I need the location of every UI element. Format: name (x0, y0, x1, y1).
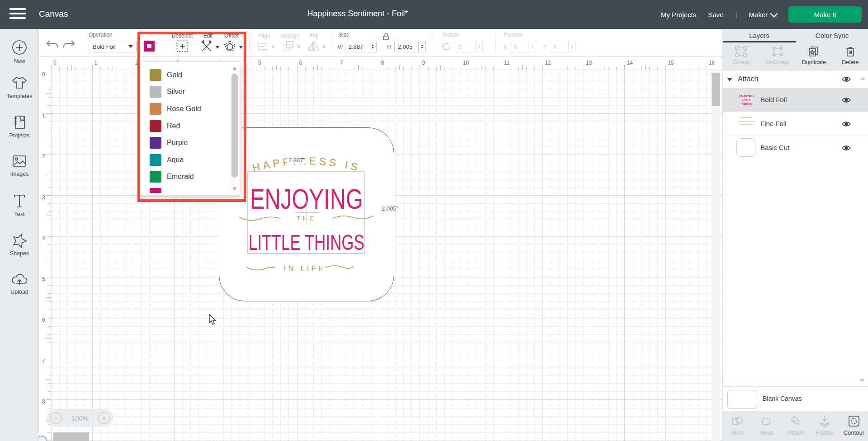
attach-button: Attach (781, 411, 810, 441)
redo-button[interactable] (62, 39, 76, 51)
machine-selector[interactable]: Maker (749, 11, 777, 19)
chevron-down-icon (770, 9, 778, 17)
collapse-caret-icon[interactable] (727, 78, 732, 81)
tab-color-sync[interactable]: Color Sync (796, 29, 868, 42)
lock-connector (392, 39, 400, 39)
color-option[interactable]: Purple (141, 134, 230, 151)
vertical-scrollbar-thumb[interactable] (712, 73, 720, 106)
color-option[interactable]: Emerald (141, 169, 230, 186)
tshirt-icon (11, 75, 28, 91)
notebook-icon (11, 114, 28, 131)
my-projects-link[interactable]: My Projects (661, 11, 696, 19)
save-link[interactable]: Save (708, 11, 723, 19)
color-swatch (150, 171, 161, 183)
page-title: Canvas (39, 9, 68, 19)
dropdown-scrollbar[interactable] (231, 65, 238, 192)
scroll-up-icon[interactable] (233, 67, 236, 70)
upload-cloud-icon (10, 272, 28, 287)
flatten-icon (818, 415, 831, 427)
left-sidebar: New Templates Projects Images Text Shape… (0, 29, 39, 441)
zoom-out-button[interactable]: − (50, 412, 62, 424)
width-stepper[interactable]: ▲▼ (369, 41, 376, 52)
panel-scroll-up-icon[interactable] (860, 77, 865, 80)
ungroup-icon (771, 46, 784, 57)
layers-panel: Layers Color Sync Group UnGroup Duplicat… (722, 29, 868, 441)
flatten-button: Flatten (810, 411, 839, 441)
size-label: Size (339, 32, 349, 38)
blank-canvas-swatch[interactable] (727, 390, 756, 409)
sidebar-item-upload[interactable]: Upload (0, 272, 39, 305)
zoom-in-button[interactable]: + (98, 412, 110, 424)
selection-height-label: 2.005" (380, 205, 400, 212)
color-option[interactable] (141, 185, 230, 193)
scroll-down-icon[interactable] (233, 188, 236, 190)
make-it-button[interactable]: Make It (788, 6, 862, 23)
offset-button[interactable] (224, 40, 244, 54)
arrange-button[interactable] (283, 41, 301, 53)
menu-icon[interactable] (9, 8, 26, 21)
contour-icon (847, 415, 861, 427)
rotate-icon (442, 42, 451, 51)
x-field-label: X (504, 44, 507, 50)
sidebar-item-new[interactable]: New (0, 39, 39, 72)
height-stepper[interactable]: ▲▼ (418, 41, 425, 52)
divider (495, 33, 496, 52)
horizontal-scrollbar-thumb[interactable] (53, 432, 89, 441)
top-separator: | (735, 11, 737, 19)
mouse-cursor (209, 314, 217, 325)
sidebar-item-projects[interactable]: Projects (0, 114, 39, 148)
sidebar-item-shapes[interactable]: Shapes (0, 232, 39, 266)
lock-icon[interactable] (382, 33, 390, 41)
layer-row-basic-cut[interactable]: Basic Cut (723, 136, 868, 160)
divider (163, 33, 163, 52)
color-option[interactable]: Silver (141, 84, 230, 101)
visibility-eye-icon[interactable] (841, 97, 851, 105)
sidebar-item-text[interactable]: Text (0, 193, 39, 226)
plus-circle-icon (11, 39, 28, 56)
duplicate-button[interactable]: Duplicate (796, 42, 832, 70)
vertical-scrollbar-track[interactable] (712, 70, 720, 441)
edit-toolbar: Operation Bold Foil Deselect Edit Offset… (39, 29, 722, 57)
contour-button[interactable]: Contour (840, 411, 868, 441)
panel-tabs: Layers Color Sync (723, 29, 868, 42)
dropdown-scrollbar-thumb[interactable] (231, 74, 238, 178)
weld-button: Weld (752, 411, 781, 441)
edit-button[interactable] (200, 40, 219, 54)
attach-group-header[interactable]: Attach (723, 72, 868, 88)
color-swatch (150, 188, 161, 193)
sidebar-item-templates[interactable]: Templates (0, 75, 39, 108)
sidebar-item-images[interactable]: Images (0, 154, 39, 187)
layer-thumbnail (736, 114, 756, 134)
slice-icon (731, 415, 744, 427)
group-icon (735, 46, 747, 57)
layer-row-fine-foil[interactable]: Fine Foil (723, 112, 868, 136)
visibility-eye-icon[interactable] (841, 121, 851, 129)
color-option[interactable]: Aqua (141, 151, 230, 169)
layer-row-bold-foil[interactable]: ENJOYINGLITTLE THINGS Bold Foil (723, 88, 868, 112)
visibility-eye-icon[interactable] (841, 145, 851, 153)
paperclip-icon (789, 415, 802, 427)
visibility-eye-icon[interactable] (841, 76, 851, 84)
color-swatch-button[interactable] (144, 41, 155, 52)
align-label: Align (258, 33, 270, 39)
color-option[interactable]: Red (141, 117, 230, 135)
width-input[interactable]: 2.887 ▲▼ (345, 41, 377, 52)
panel-scroll-down-icon[interactable] (859, 379, 865, 382)
delete-button[interactable]: Delete (832, 42, 868, 70)
tab-layers[interactable]: Layers (723, 29, 796, 42)
deselect-button[interactable] (176, 40, 189, 54)
operation-label: Operation (89, 32, 113, 38)
text-icon (11, 193, 28, 209)
divider (433, 33, 433, 52)
operation-dropdown[interactable]: Bold Foil (89, 41, 137, 52)
align-button[interactable] (257, 41, 275, 53)
edit-label: Edit (203, 33, 213, 39)
flip-button[interactable] (307, 41, 326, 53)
undo-button[interactable] (45, 39, 59, 51)
zoom-level: 100% (71, 414, 89, 422)
color-option[interactable]: Gold (141, 66, 230, 84)
layer-actions: Group UnGroup Duplicate Delete (723, 42, 868, 70)
foil-color-dropdown: Gold Silver Rose Gold Red (140, 61, 241, 196)
color-option[interactable]: Rose Gold (141, 100, 230, 117)
height-input[interactable]: 2.005 ▲▼ (394, 41, 426, 52)
